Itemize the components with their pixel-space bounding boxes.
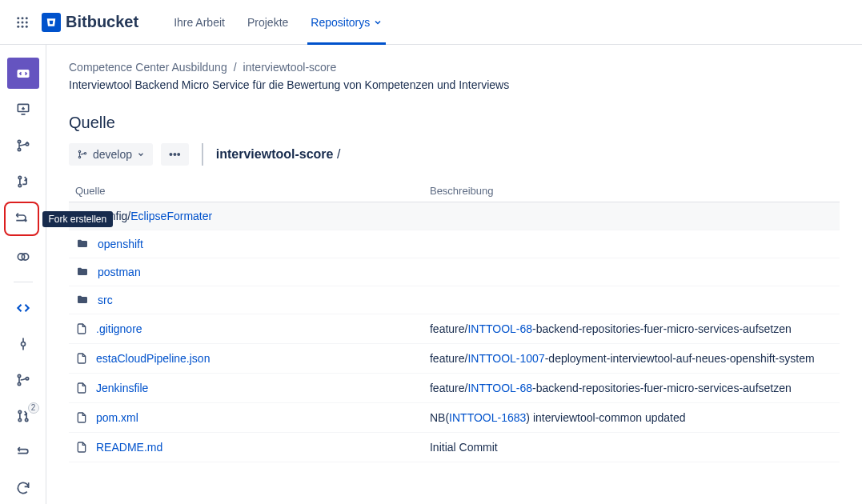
sidebar-compare[interactable]	[7, 241, 39, 272]
svg-point-6	[17, 25, 19, 27]
main-content: Competence Center Ausbildung / interview…	[46, 45, 862, 504]
path-sep: /	[337, 147, 340, 161]
file-link[interactable]: openshift	[98, 238, 143, 250]
commit-message	[423, 230, 840, 258]
branch-icon	[15, 372, 31, 388]
svg-point-19	[18, 374, 20, 377]
svg-point-18	[21, 342, 25, 346]
apps-grid-icon	[15, 15, 30, 30]
nav-your-work[interactable]: Ihre Arbeit	[164, 0, 235, 45]
section-title-source: Quelle	[69, 114, 840, 132]
repo-description: Interviewtool Backend Micro Service für …	[69, 78, 840, 91]
col-description: Beschreibung	[423, 180, 840, 202]
svg-point-21	[26, 378, 28, 380]
file-link[interactable]: pom.xml	[96, 411, 138, 424]
commit-message: Initial Commit	[423, 433, 840, 462]
file-link[interactable]: README.md	[96, 441, 162, 454]
table-row[interactable]: openshift	[69, 230, 840, 258]
branch-plus-icon	[15, 138, 31, 154]
folder-icon	[75, 238, 90, 250]
file-icon	[75, 351, 88, 366]
svg-point-23	[18, 419, 21, 422]
issue-link[interactable]: INTTOOL-1683	[449, 411, 526, 424]
svg-point-25	[78, 150, 80, 152]
svg-point-8	[26, 25, 28, 27]
file-link[interactable]: EclipseFormater	[130, 210, 212, 222]
commit-message	[423, 202, 840, 230]
more-actions-button[interactable]: •••	[161, 143, 189, 166]
table-row[interactable]: config/EclipseFormater	[69, 202, 840, 230]
sidebar-pull-requests[interactable]: 2	[7, 401, 39, 432]
table-row[interactable]: pom.xmlNB(INTTOOL-1683) interviewtool-co…	[69, 403, 840, 433]
sidebar-builds[interactable]	[7, 473, 39, 504]
branch-name: develop	[93, 148, 132, 161]
sidebar-clone[interactable]	[7, 94, 39, 125]
file-icon	[75, 440, 88, 454]
commit-message: feature/INTTOOL-68-backend-repositories-…	[423, 314, 840, 344]
sidebar-branches[interactable]	[7, 365, 39, 396]
col-source: Quelle	[69, 180, 423, 202]
issue-link[interactable]: INTTOOL-68	[467, 382, 532, 394]
issue-link[interactable]: INTTOOL-68	[467, 322, 532, 335]
file-link[interactable]: estaCloudPipeline.json	[96, 352, 210, 365]
branch-selector[interactable]: develop	[69, 143, 153, 166]
path-display: interviewtool-score /	[216, 147, 341, 162]
svg-point-15	[18, 184, 21, 186]
file-icon	[75, 410, 88, 425]
svg-point-0	[17, 17, 19, 19]
tooltip-fork: Fork erstellen	[42, 211, 114, 227]
folder-icon	[75, 294, 90, 306]
top-navbar: Bitbucket Ihre Arbeit Projekte Repositor…	[0, 0, 862, 45]
svg-point-5	[26, 21, 28, 23]
svg-point-7	[22, 25, 24, 27]
sidebar-repo-icon[interactable]	[7, 58, 39, 89]
nav-projects[interactable]: Projekte	[238, 0, 298, 45]
nav-repositories[interactable]: Repositorys	[301, 0, 392, 45]
left-sidebar: Fork erstellen 2	[0, 45, 46, 504]
app-switcher-button[interactable]	[10, 10, 35, 35]
code-icon	[15, 300, 31, 316]
table-row[interactable]: README.mdInitial Commit	[69, 433, 840, 462]
file-link[interactable]: .gitignore	[96, 322, 142, 335]
sidebar-fork[interactable]: Fork erstellen	[4, 202, 39, 236]
issue-link[interactable]: INTTOOL-1007	[467, 352, 544, 365]
vertical-divider	[202, 143, 203, 166]
pr-count-badge: 2	[28, 402, 39, 414]
file-link[interactable]: src	[98, 294, 113, 306]
table-row[interactable]: src	[69, 286, 840, 314]
file-link[interactable]: Jenkinsfile	[96, 382, 148, 394]
table-row[interactable]: .gitignorefeature/INTTOOL-68-backend-rep…	[69, 314, 840, 344]
chevron-down-icon	[373, 18, 383, 27]
commit-message: NB(INTTOOL-1683) interviewtool-common up…	[423, 403, 840, 433]
svg-point-4	[22, 21, 24, 23]
svg-point-20	[18, 382, 20, 385]
table-row[interactable]: postman	[69, 258, 840, 286]
bitbucket-logo[interactable]: Bitbucket	[42, 13, 138, 32]
bitbucket-mark-icon	[42, 13, 61, 32]
compare-rings-icon	[15, 249, 31, 265]
sidebar-divider	[14, 282, 33, 282]
fork-list-icon	[15, 444, 31, 460]
brand-name: Bitbucket	[66, 13, 138, 31]
breadcrumb-separator: /	[234, 61, 237, 74]
breadcrumb-project[interactable]: Competence Center Ausbildung	[69, 61, 227, 74]
chevron-down-icon	[137, 150, 145, 158]
sidebar-source[interactable]	[7, 292, 39, 323]
breadcrumb: Competence Center Ausbildung / interview…	[69, 61, 840, 74]
sidebar-create-pr[interactable]	[7, 166, 39, 197]
monitor-download-icon	[15, 102, 31, 118]
sidebar-commits[interactable]	[7, 329, 39, 360]
breadcrumb-repo[interactable]: interviewtool-score	[243, 61, 337, 74]
refresh-icon	[15, 480, 31, 496]
table-row[interactable]: estaCloudPipeline.jsonfeature/INTTOOL-10…	[69, 344, 840, 374]
file-link[interactable]: postman	[98, 266, 141, 278]
svg-point-3	[17, 21, 19, 23]
sidebar-create-branch[interactable]	[7, 130, 39, 161]
branch-icon	[77, 149, 88, 160]
sidebar-forks-list[interactable]	[7, 437, 39, 468]
folder-icon	[75, 266, 90, 278]
table-row[interactable]: Jenkinsfilefeature/INTTOOL-68-backend-re…	[69, 374, 840, 403]
commit-message: feature/INTTOOL-1007-deployment-intervie…	[423, 344, 840, 374]
more-icon: •••	[169, 148, 181, 161]
commit-message: feature/INTTOOL-68-backend-repositories-…	[423, 374, 840, 403]
